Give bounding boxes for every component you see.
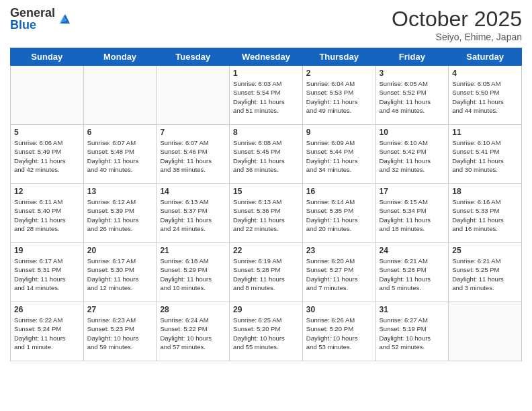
cell-info: Sunrise: 6:13 AMSunset: 5:37 PMDaylight:… <box>160 197 226 233</box>
table-cell: 18Sunrise: 6:16 AMSunset: 5:33 PMDayligh… <box>449 184 522 243</box>
table-cell: 12Sunrise: 6:11 AMSunset: 5:40 PMDayligh… <box>11 184 84 243</box>
table-cell: 9Sunrise: 6:09 AMSunset: 5:44 PMDaylight… <box>302 125 375 184</box>
month-title: October 2025 <box>392 7 522 32</box>
cell-info: Sunrise: 6:10 AMSunset: 5:41 PMDaylight:… <box>452 138 518 174</box>
cell-info: Sunrise: 6:04 AMSunset: 5:53 PMDaylight:… <box>306 79 372 115</box>
col-wednesday: Wednesday <box>230 48 303 66</box>
day-number: 22 <box>233 246 299 255</box>
cell-info: Sunrise: 6:26 AMSunset: 5:20 PMDaylight:… <box>306 316 372 351</box>
day-number: 24 <box>380 246 445 255</box>
day-number: 26 <box>14 305 80 314</box>
col-saturday: Saturday <box>449 48 522 66</box>
logo-icon <box>58 11 73 26</box>
table-cell: 24Sunrise: 6:21 AMSunset: 5:26 PMDayligh… <box>375 243 449 302</box>
day-number: 9 <box>306 128 372 137</box>
calendar-header-row: Sunday Monday Tuesday Wednesday Thursday… <box>11 48 522 66</box>
cell-info: Sunrise: 6:13 AMSunset: 5:36 PMDaylight:… <box>233 197 299 233</box>
logo-blue: Blue <box>10 18 36 32</box>
col-thursday: Thursday <box>302 48 375 66</box>
day-number: 11 <box>452 128 518 137</box>
day-number: 21 <box>160 246 226 255</box>
table-cell: 3Sunrise: 6:05 AMSunset: 5:52 PMDaylight… <box>375 66 449 125</box>
day-number: 28 <box>160 305 226 314</box>
page: General Blue October 2025 Seiyo, Ehime, … <box>0 0 532 411</box>
header: General Blue October 2025 Seiyo, Ehime, … <box>10 7 522 42</box>
table-cell: 22Sunrise: 6:19 AMSunset: 5:28 PMDayligh… <box>230 243 303 302</box>
day-number: 27 <box>87 305 153 314</box>
table-cell: 14Sunrise: 6:13 AMSunset: 5:37 PMDayligh… <box>157 184 230 243</box>
table-cell: 28Sunrise: 6:24 AMSunset: 5:22 PMDayligh… <box>157 302 230 361</box>
table-cell: 31Sunrise: 6:27 AMSunset: 5:19 PMDayligh… <box>375 302 449 361</box>
cell-info: Sunrise: 6:10 AMSunset: 5:42 PMDaylight:… <box>380 138 445 174</box>
day-number: 14 <box>160 187 226 196</box>
cell-info: Sunrise: 6:21 AMSunset: 5:26 PMDaylight:… <box>380 257 445 292</box>
table-cell: 23Sunrise: 6:20 AMSunset: 5:27 PMDayligh… <box>302 243 375 302</box>
table-cell: 25Sunrise: 6:21 AMSunset: 5:25 PMDayligh… <box>449 243 522 302</box>
cell-info: Sunrise: 6:16 AMSunset: 5:33 PMDaylight:… <box>452 197 518 233</box>
day-number: 19 <box>14 246 80 255</box>
table-cell: 2Sunrise: 6:04 AMSunset: 5:53 PMDaylight… <box>302 66 375 125</box>
cell-info: Sunrise: 6:07 AMSunset: 5:48 PMDaylight:… <box>87 138 153 174</box>
table-cell: 10Sunrise: 6:10 AMSunset: 5:42 PMDayligh… <box>375 125 449 184</box>
location: Seiyo, Ehime, Japan <box>392 32 522 42</box>
table-cell: 27Sunrise: 6:23 AMSunset: 5:23 PMDayligh… <box>83 302 157 361</box>
day-number: 17 <box>380 187 445 196</box>
cell-info: Sunrise: 6:17 AMSunset: 5:30 PMDaylight:… <box>87 257 153 292</box>
table-cell: 21Sunrise: 6:18 AMSunset: 5:29 PMDayligh… <box>157 243 230 302</box>
title-block: October 2025 Seiyo, Ehime, Japan <box>392 7 522 42</box>
day-number: 1 <box>233 68 299 78</box>
calendar-week-row: 1Sunrise: 6:03 AMSunset: 5:54 PMDaylight… <box>11 66 522 125</box>
table-cell: 7Sunrise: 6:07 AMSunset: 5:46 PMDaylight… <box>157 125 230 184</box>
cell-info: Sunrise: 6:14 AMSunset: 5:35 PMDaylight:… <box>306 197 372 233</box>
table-cell: 4Sunrise: 6:05 AMSunset: 5:50 PMDaylight… <box>449 66 522 125</box>
day-number: 12 <box>14 187 80 196</box>
day-number: 10 <box>380 128 445 137</box>
day-number: 20 <box>87 246 153 255</box>
table-cell: 17Sunrise: 6:15 AMSunset: 5:34 PMDayligh… <box>375 184 449 243</box>
cell-info: Sunrise: 6:09 AMSunset: 5:44 PMDaylight:… <box>306 138 372 174</box>
day-number: 30 <box>306 305 372 314</box>
cell-info: Sunrise: 6:05 AMSunset: 5:52 PMDaylight:… <box>380 79 445 115</box>
cell-info: Sunrise: 6:23 AMSunset: 5:23 PMDaylight:… <box>87 316 153 351</box>
calendar-week-row: 19Sunrise: 6:17 AMSunset: 5:31 PMDayligh… <box>11 243 522 302</box>
day-number: 5 <box>14 128 80 137</box>
table-cell: 1Sunrise: 6:03 AMSunset: 5:54 PMDaylight… <box>230 66 303 125</box>
day-number: 7 <box>160 128 226 137</box>
cell-info: Sunrise: 6:11 AMSunset: 5:40 PMDaylight:… <box>14 197 80 233</box>
table-cell: 16Sunrise: 6:14 AMSunset: 5:35 PMDayligh… <box>302 184 375 243</box>
calendar-week-row: 5Sunrise: 6:06 AMSunset: 5:49 PMDaylight… <box>11 125 522 184</box>
cell-info: Sunrise: 6:25 AMSunset: 5:20 PMDaylight:… <box>233 316 299 351</box>
table-cell: 29Sunrise: 6:25 AMSunset: 5:20 PMDayligh… <box>230 302 303 361</box>
table-cell: 11Sunrise: 6:10 AMSunset: 5:41 PMDayligh… <box>449 125 522 184</box>
cell-info: Sunrise: 6:06 AMSunset: 5:49 PMDaylight:… <box>14 138 80 174</box>
day-number: 2 <box>306 68 372 78</box>
calendar-week-row: 26Sunrise: 6:22 AMSunset: 5:24 PMDayligh… <box>11 302 522 361</box>
table-cell: 8Sunrise: 6:08 AMSunset: 5:45 PMDaylight… <box>230 125 303 184</box>
day-number: 8 <box>233 128 299 137</box>
logo: General Blue <box>10 7 73 31</box>
table-cell: 15Sunrise: 6:13 AMSunset: 5:36 PMDayligh… <box>230 184 303 243</box>
cell-info: Sunrise: 6:12 AMSunset: 5:39 PMDaylight:… <box>87 197 153 233</box>
day-number: 23 <box>306 246 372 255</box>
table-cell: 5Sunrise: 6:06 AMSunset: 5:49 PMDaylight… <box>11 125 84 184</box>
table-cell: 30Sunrise: 6:26 AMSunset: 5:20 PMDayligh… <box>302 302 375 361</box>
day-number: 18 <box>452 187 518 196</box>
cell-info: Sunrise: 6:07 AMSunset: 5:46 PMDaylight:… <box>160 138 226 174</box>
logo-general: General <box>10 6 55 19</box>
calendar-week-row: 12Sunrise: 6:11 AMSunset: 5:40 PMDayligh… <box>11 184 522 243</box>
table-cell: 13Sunrise: 6:12 AMSunset: 5:39 PMDayligh… <box>83 184 157 243</box>
col-friday: Friday <box>375 48 449 66</box>
cell-info: Sunrise: 6:22 AMSunset: 5:24 PMDaylight:… <box>14 316 80 351</box>
cell-info: Sunrise: 6:05 AMSunset: 5:50 PMDaylight:… <box>452 79 518 115</box>
day-number: 25 <box>452 246 518 255</box>
cell-info: Sunrise: 6:21 AMSunset: 5:25 PMDaylight:… <box>452 257 518 292</box>
cell-info: Sunrise: 6:08 AMSunset: 5:45 PMDaylight:… <box>233 138 299 174</box>
day-number: 31 <box>380 305 445 314</box>
table-cell: 6Sunrise: 6:07 AMSunset: 5:48 PMDaylight… <box>83 125 157 184</box>
cell-info: Sunrise: 6:03 AMSunset: 5:54 PMDaylight:… <box>233 79 299 115</box>
table-cell <box>83 66 157 125</box>
cell-info: Sunrise: 6:27 AMSunset: 5:19 PMDaylight:… <box>380 316 445 351</box>
calendar-table: Sunday Monday Tuesday Wednesday Thursday… <box>10 48 522 361</box>
table-cell: 26Sunrise: 6:22 AMSunset: 5:24 PMDayligh… <box>11 302 84 361</box>
col-sunday: Sunday <box>11 48 84 66</box>
